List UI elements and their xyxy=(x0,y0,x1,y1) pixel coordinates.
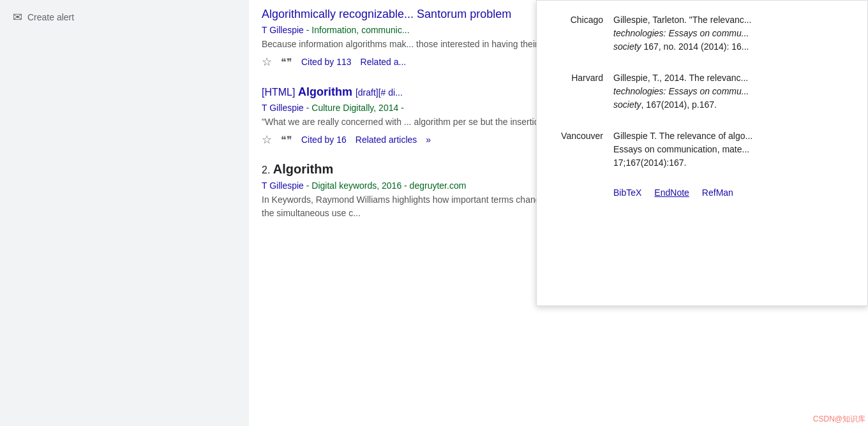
chicago-label: Chicago xyxy=(552,13,603,54)
citation-links: BibTeX EndNote RefMan xyxy=(552,187,852,198)
citation-harvard-row: Harvard Gillespie, T., 2014. The relevan… xyxy=(552,71,852,112)
section-author-link[interactable]: T Gillespie xyxy=(262,180,304,191)
result-author-rest-2: - Culture Digitally, 2014 - xyxy=(306,103,404,113)
citation-popup: Chicago Gillespie, Tarleton. "The releva… xyxy=(536,0,868,306)
left-sidebar: ✉ Create alert xyxy=(0,0,249,426)
create-alert-label: Create alert xyxy=(27,12,74,22)
watermark: CSDN@知识库 xyxy=(811,413,868,426)
quote-icon-2[interactable]: ❝❞ xyxy=(281,134,292,146)
cited-by-link-2[interactable]: Cited by 16 xyxy=(301,135,347,145)
vancouver-label: Vancouver xyxy=(552,129,603,170)
endnote-link[interactable]: EndNote xyxy=(654,187,689,198)
star-icon-2[interactable]: ☆ xyxy=(262,133,272,147)
section-author-rest: - Digital keywords, 2016 - degruyter.com xyxy=(306,180,467,191)
citation-vancouver-row: Vancouver Gillespie T. The relevance of … xyxy=(552,129,852,170)
harvard-label: Harvard xyxy=(552,71,603,112)
page-container: ✉ Create alert Algorithmically recogniza… xyxy=(0,0,868,426)
quote-icon-1[interactable]: ❝❞ xyxy=(281,56,292,68)
mail-icon: ✉ xyxy=(13,10,22,24)
html-tag: [HTML] xyxy=(262,87,298,98)
create-alert-button[interactable]: ✉ Create alert xyxy=(13,8,236,27)
main-content: Algorithmically recognizable... Santorum… xyxy=(249,0,868,426)
star-icon-1[interactable]: ☆ xyxy=(262,55,272,69)
chicago-text: Gillespie, Tarleton. "The relevanc... te… xyxy=(613,13,852,54)
harvard-text: Gillespie, T., 2014. The relevanc... tec… xyxy=(613,71,852,112)
related-link-1[interactable]: Related a... xyxy=(361,57,407,67)
result-author-link-1[interactable]: T Gillespie xyxy=(262,25,304,35)
result-author-rest-1: - Information, communic... xyxy=(306,25,410,35)
result-author-link-2[interactable]: T Gillespie xyxy=(262,103,304,113)
citation-chicago-row: Chicago Gillespie, Tarleton. "The releva… xyxy=(552,13,852,54)
cited-by-link-1[interactable]: Cited by 113 xyxy=(301,57,352,67)
bibtex-link[interactable]: BibTeX xyxy=(613,187,641,198)
vancouver-text: Gillespie T. The relevance of algo... Es… xyxy=(613,129,852,170)
draft-tag: [draft][# di... xyxy=(355,87,403,98)
related-link-2[interactable]: Related articles xyxy=(355,135,417,145)
refman-link[interactable]: RefMan xyxy=(702,187,733,198)
more-icon-2[interactable]: » xyxy=(426,135,431,145)
